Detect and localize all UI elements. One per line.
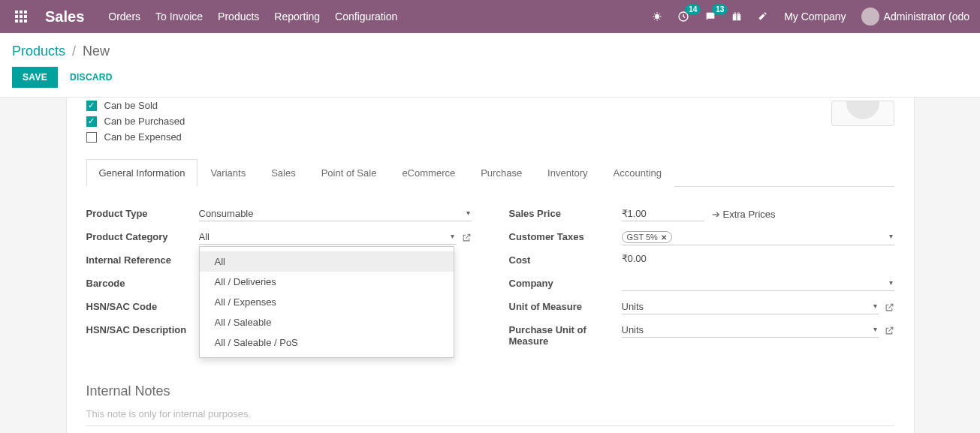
breadcrumb: Products / New — [0, 33, 980, 62]
right-column: Sales Price ➔ Extra Prices Customer Taxe… — [509, 206, 894, 353]
svg-point-15 — [737, 13, 739, 14]
save-button[interactable]: SAVE — [12, 67, 58, 88]
arrow-right-icon: ➔ — [712, 209, 720, 220]
svg-rect-8 — [24, 20, 27, 23]
hsn-code-label: HSN/SAC Code — [86, 299, 199, 312]
breadcrumb-current: New — [83, 44, 110, 59]
debug-icon[interactable] — [646, 0, 668, 33]
left-column: Product Type ▾ Product Category ▾ — [86, 206, 472, 353]
cost-label: Cost — [509, 253, 622, 266]
avatar — [861, 8, 879, 26]
discard-button[interactable]: DISCARD — [67, 67, 116, 88]
can-be-purchased-row[interactable]: ✓ Can be Purchased — [86, 113, 894, 129]
breadcrumb-separator: / — [69, 44, 79, 59]
apps-icon[interactable] — [6, 11, 36, 23]
dropdown-option[interactable]: All / Expenses — [200, 292, 454, 312]
checkbox-label: Can be Purchased — [104, 116, 185, 127]
internal-notes-field[interactable]: This note is only for internal purposes. — [86, 408, 894, 426]
tab-point-of-sale[interactable]: Point of Sale — [309, 159, 390, 187]
svg-rect-0 — [15, 11, 18, 14]
menu-products[interactable]: Products — [210, 0, 267, 33]
tab-purchase[interactable]: Purchase — [468, 159, 535, 187]
main-menu: Orders To Invoice Products Reporting Con… — [101, 0, 405, 33]
top-navbar: Sales Orders To Invoice Products Reporti… — [0, 0, 980, 33]
product-category-dropdown: All All / Deliveries All / Expenses All … — [199, 246, 454, 358]
menu-orders[interactable]: Orders — [101, 0, 148, 33]
extra-prices-link[interactable]: ➔ Extra Prices — [712, 209, 776, 220]
discuss-icon[interactable]: 13 — [698, 0, 722, 33]
tab-variants[interactable]: Variants — [198, 159, 258, 187]
purchase-uom-label: Purchase Unit of Measure — [509, 323, 622, 347]
user-name: Administrator (odo — [884, 11, 969, 23]
svg-rect-3 — [15, 15, 18, 18]
gift-icon[interactable] — [725, 0, 748, 33]
dropdown-option[interactable]: All — [200, 251, 454, 272]
can-be-sold-row[interactable]: ✓ Can be Sold — [86, 98, 894, 113]
svg-rect-2 — [24, 11, 27, 14]
notebook-tabs: General Information Variants Sales Point… — [86, 158, 894, 187]
cost-value: ₹0.00 — [622, 253, 647, 264]
tools-icon[interactable] — [751, 0, 773, 33]
tab-general-information[interactable]: General Information — [86, 159, 198, 187]
company-switcher[interactable]: My Company — [776, 11, 853, 23]
uom-select[interactable] — [622, 299, 879, 314]
internal-notes-title: Internal Notes — [86, 383, 894, 399]
product-image-placeholder[interactable] — [831, 101, 894, 126]
menu-to-invoice[interactable]: To Invoice — [148, 0, 210, 33]
menu-configuration[interactable]: Configuration — [327, 0, 405, 33]
app-brand[interactable]: Sales — [36, 8, 101, 26]
tab-accounting[interactable]: Accounting — [601, 159, 674, 187]
product-type-select[interactable] — [199, 206, 472, 221]
customer-taxes-field[interactable]: GST 5% ✕ — [622, 230, 894, 245]
dropdown-option[interactable]: All / Saleable / PoS — [200, 332, 454, 353]
sales-price-input[interactable] — [622, 206, 704, 221]
customer-taxes-label: Customer Taxes — [509, 230, 622, 242]
user-menu[interactable]: Administrator (odo — [857, 8, 974, 26]
tab-sales[interactable]: Sales — [258, 159, 309, 187]
remove-tag-icon[interactable]: ✕ — [661, 233, 667, 242]
svg-rect-5 — [24, 15, 27, 18]
tax-tag: GST 5% ✕ — [622, 231, 672, 243]
external-link-icon[interactable] — [462, 233, 472, 242]
breadcrumb-parent[interactable]: Products — [12, 44, 65, 59]
barcode-label: Barcode — [86, 276, 199, 289]
company-select[interactable] — [622, 276, 894, 291]
hsn-desc-label: HSN/SAC Description — [86, 323, 199, 335]
purchase-uom-select[interactable] — [622, 323, 879, 338]
checkbox-checked-icon: ✓ — [86, 116, 97, 127]
dropdown-option[interactable]: All / Deliveries — [200, 272, 454, 292]
checkbox-label: Can be Sold — [104, 100, 158, 111]
activities-icon[interactable]: 14 — [671, 0, 695, 33]
can-be-expensed-row[interactable]: Can be Expensed — [86, 129, 894, 145]
external-link-icon[interactable] — [885, 302, 894, 312]
tab-inventory[interactable]: Inventory — [535, 159, 600, 187]
tab-ecommerce[interactable]: eCommerce — [389, 159, 468, 187]
svg-rect-6 — [15, 20, 18, 23]
internal-reference-label: Internal Reference — [86, 253, 199, 266]
checkbox-unchecked-icon — [86, 132, 97, 143]
product-category-select[interactable] — [199, 230, 456, 245]
checkbox-checked-icon: ✓ — [86, 101, 97, 111]
product-category-label: Product Category — [86, 230, 199, 242]
svg-rect-7 — [20, 20, 23, 23]
external-link-icon[interactable] — [885, 326, 894, 335]
sales-price-label: Sales Price — [509, 206, 622, 219]
menu-reporting[interactable]: Reporting — [267, 0, 327, 33]
company-label: Company — [509, 276, 622, 289]
svg-rect-4 — [20, 15, 23, 18]
svg-rect-13 — [737, 14, 737, 20]
svg-point-9 — [655, 14, 659, 19]
uom-label: Unit of Measure — [509, 299, 622, 312]
svg-rect-1 — [20, 11, 23, 14]
product-type-label: Product Type — [86, 206, 199, 219]
checkbox-label: Can be Expensed — [104, 131, 182, 143]
svg-point-14 — [734, 13, 736, 14]
control-panel: Products / New SAVE DISCARD — [0, 33, 980, 98]
form-sheet: ✓ Can be Sold ✓ Can be Purchased Can be … — [66, 98, 915, 433]
dropdown-option[interactable]: All / Saleable — [200, 312, 454, 332]
